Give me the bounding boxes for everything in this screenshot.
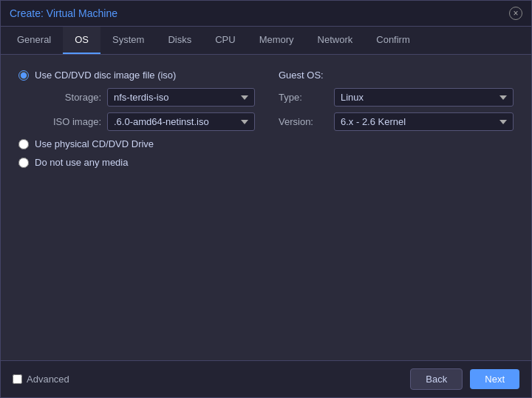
left-column: Use CD/DVD disc image file (iso) Storage… (18, 70, 255, 168)
use-iso-radio-label[interactable]: Use CD/DVD disc image file (iso) (18, 70, 255, 81)
back-button[interactable]: Back (410, 368, 463, 390)
storage-select[interactable]: nfs-terdis-iso (107, 88, 255, 107)
next-button[interactable]: Next (470, 369, 519, 389)
iso-fields: Storage: nfs-terdis-iso ISO image: .6.0-… (35, 88, 255, 131)
tab-disks[interactable]: Disks (156, 27, 203, 54)
close-button[interactable]: × (509, 7, 522, 20)
dialog-title: Create: Virtual Machine (10, 7, 117, 19)
iso-image-field-row: ISO image: .6.0-amd64-netinst.iso (35, 112, 255, 131)
type-label: Type: (279, 92, 327, 103)
tab-bar: General OS System Disks CPU Memory Netwo… (1, 27, 531, 55)
media-radio-group: Use CD/DVD disc image file (iso) Storage… (18, 70, 255, 168)
use-iso-label: Use CD/DVD disc image file (iso) (35, 70, 176, 81)
storage-label: Storage: (35, 92, 101, 103)
use-iso-radio[interactable] (18, 70, 29, 81)
type-select[interactable]: Linux (334, 88, 514, 107)
tab-content: Use CD/DVD disc image file (iso) Storage… (1, 55, 531, 360)
tab-cpu[interactable]: CPU (203, 27, 247, 54)
title-bar: Create: Virtual Machine × (1, 1, 531, 27)
iso-label: ISO image: (35, 116, 101, 127)
no-media-radio-label[interactable]: Do not use any media (18, 157, 255, 168)
advanced-label[interactable]: Advanced (13, 374, 69, 385)
iso-image-select[interactable]: .6.0-amd64-netinst.iso (107, 112, 255, 131)
tab-network[interactable]: Network (306, 27, 365, 54)
two-column-layout: Use CD/DVD disc image file (iso) Storage… (18, 70, 514, 168)
version-field-row: Version: 6.x - 2.6 Kernel (279, 112, 514, 131)
tab-system[interactable]: System (100, 27, 156, 54)
use-physical-radio-label[interactable]: Use physical CD/DVD Drive (18, 138, 255, 149)
use-physical-radio[interactable] (18, 139, 29, 149)
type-field-row: Type: Linux (279, 88, 514, 107)
create-vm-dialog: Create: Virtual Machine × General OS Sys… (0, 0, 532, 398)
advanced-checkbox[interactable] (13, 374, 22, 384)
tab-os[interactable]: OS (63, 27, 100, 54)
use-physical-label: Use physical CD/DVD Drive (35, 138, 154, 149)
version-label: Version: (279, 116, 327, 127)
dialog-footer: Advanced Back Next (1, 360, 531, 397)
tab-memory[interactable]: Memory (248, 27, 306, 54)
tab-confirm[interactable]: Confirm (364, 27, 422, 54)
no-media-radio[interactable] (18, 158, 29, 168)
version-select[interactable]: 6.x - 2.6 Kernel (334, 112, 514, 131)
storage-field-row: Storage: nfs-terdis-iso (35, 88, 255, 107)
no-media-label: Do not use any media (35, 157, 128, 168)
tab-general[interactable]: General (5, 27, 63, 54)
right-column: Guest OS: Type: Linux Version: 6.x - 2.6… (279, 70, 514, 168)
guest-os-title: Guest OS: (279, 70, 514, 81)
advanced-text: Advanced (27, 374, 69, 385)
